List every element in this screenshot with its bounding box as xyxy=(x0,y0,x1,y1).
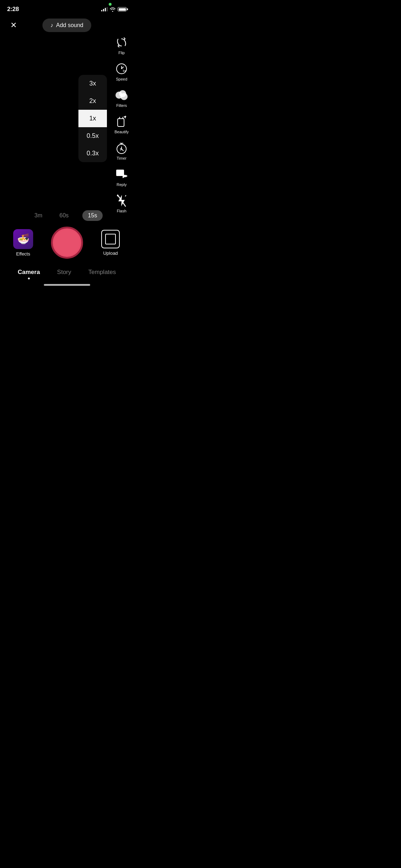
reply-icon xyxy=(115,167,128,181)
speed-label: Speed xyxy=(116,77,127,81)
filters-icon xyxy=(115,88,128,102)
duration-tabs: 3m 60s 15s xyxy=(0,206,134,227)
beautify-icon xyxy=(115,115,128,128)
upload-button[interactable]: Upload xyxy=(98,230,123,256)
svg-text:1x: 1x xyxy=(123,69,126,72)
add-sound-button[interactable]: ♪ Add sound xyxy=(42,19,91,32)
flip-button[interactable]: Flip xyxy=(115,36,128,55)
svg-line-18 xyxy=(125,195,126,196)
flash-icon xyxy=(115,194,128,207)
record-button[interactable] xyxy=(51,227,83,259)
speed-option-2x[interactable]: 2x xyxy=(78,92,107,110)
duration-15s[interactable]: 15s xyxy=(82,210,103,221)
filters-label: Filters xyxy=(116,103,127,108)
close-button[interactable]: ✕ xyxy=(7,19,20,32)
speed-button[interactable]: 1x Speed xyxy=(115,62,128,81)
bottom-tabs: Camera Story Templates xyxy=(0,266,134,281)
status-time: 2:28 xyxy=(7,6,19,13)
wifi-icon xyxy=(110,7,115,12)
speed-dropdown: 3x 2x 1x 0.5x 0.3x xyxy=(78,75,107,162)
flip-label: Flip xyxy=(118,51,125,55)
tab-templates[interactable]: Templates xyxy=(80,266,124,279)
speed-option-1x[interactable]: 1x xyxy=(78,110,107,127)
effects-label: Effects xyxy=(16,251,30,257)
signal-icon xyxy=(101,7,108,11)
beautify-button[interactable]: Beautify xyxy=(114,115,129,134)
record-inner xyxy=(54,230,80,255)
svg-text:3: 3 xyxy=(120,148,122,151)
svg-line-13 xyxy=(122,149,123,151)
effects-button[interactable]: 🍜 Effects xyxy=(11,229,36,257)
timer-button[interactable]: 3 Timer xyxy=(115,141,128,160)
filters-button[interactable]: Filters xyxy=(115,88,128,108)
timer-label: Timer xyxy=(117,156,127,160)
status-bar: 2:28 xyxy=(0,0,134,16)
home-indicator xyxy=(0,281,134,289)
tab-story[interactable]: Story xyxy=(48,266,80,279)
upload-icon xyxy=(101,230,120,248)
duration-3m[interactable]: 3m xyxy=(31,211,46,220)
camera-controls: 🍜 Effects Upload xyxy=(0,227,134,266)
right-toolbar: Flip 1x Speed Filters xyxy=(114,36,129,213)
timer-icon: 3 xyxy=(115,141,128,155)
home-bar xyxy=(44,284,90,286)
music-note-icon: ♪ xyxy=(50,22,53,29)
battery-icon xyxy=(118,7,127,11)
speed-option-3x[interactable]: 3x xyxy=(78,75,107,92)
status-icons xyxy=(101,7,127,12)
speed-option-0.5x[interactable]: 0.5x xyxy=(78,127,107,145)
flash-label: Flash xyxy=(117,209,127,213)
speed-option-0.3x[interactable]: 0.3x xyxy=(78,145,107,162)
reply-button[interactable]: Reply xyxy=(115,167,128,187)
flash-button[interactable]: Flash xyxy=(115,194,128,213)
upload-square xyxy=(105,234,116,244)
flip-icon xyxy=(115,36,128,49)
beautify-label: Beautify xyxy=(114,130,129,134)
svg-point-8 xyxy=(125,116,126,117)
svg-rect-5 xyxy=(118,119,124,126)
reply-label: Reply xyxy=(117,182,127,187)
effects-thumbnail: 🍜 xyxy=(13,229,33,249)
tab-camera[interactable]: Camera xyxy=(9,266,48,279)
svg-rect-16 xyxy=(116,170,124,176)
bottom-section: 3m 60s 15s 🍜 Effects Upload Camera Story xyxy=(0,206,134,289)
speed-icon: 1x xyxy=(115,62,128,76)
duration-60s[interactable]: 60s xyxy=(56,211,72,220)
close-icon: ✕ xyxy=(10,21,17,30)
upload-label: Upload xyxy=(103,250,118,256)
top-bar: ✕ ♪ Add sound xyxy=(0,16,134,35)
svg-point-4 xyxy=(120,93,128,100)
camera-in-use-dot xyxy=(109,3,112,6)
